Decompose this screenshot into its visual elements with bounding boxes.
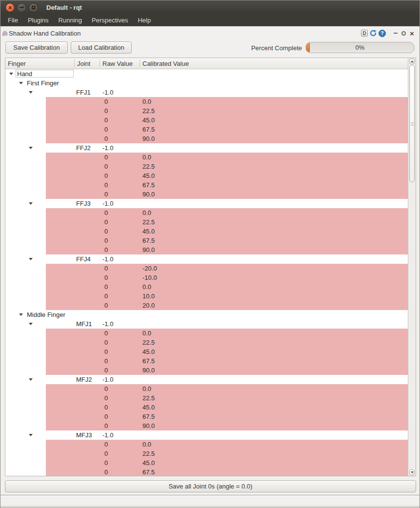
window-close-button[interactable]: × — [5, 3, 15, 12]
tree-row-point[interactable]: 067.5 — [5, 180, 408, 190]
load-calibration-button[interactable]: Load Calibration — [71, 41, 132, 54]
point-calibrated-value: 0.0 — [142, 97, 151, 106]
tree-row-joint[interactable]: FFJ2-1.0 — [5, 143, 408, 153]
point-raw-value: 0 — [104, 329, 108, 338]
tree-row-point[interactable]: 090.0 — [5, 245, 408, 254]
tree-row-point[interactable]: 045.0 — [5, 227, 408, 236]
tree-row-finger[interactable]: First Finger — [5, 78, 408, 88]
menu-item-file[interactable]: File — [8, 17, 18, 24]
column-header-raw-value[interactable]: Raw Value — [102, 58, 133, 69]
row-highlight — [46, 106, 408, 116]
scrollbar-thumb[interactable] — [409, 65, 415, 182]
tree-row-point[interactable]: 090.0 — [5, 190, 408, 199]
tree-row-joint[interactable]: MFJ3-1.0 — [5, 430, 408, 440]
column-header-calibrated[interactable]: Calibrated Value — [142, 58, 189, 69]
tree-row-point[interactable]: 0-20.0 — [5, 264, 408, 273]
joint-name: MFJ3 — [76, 430, 92, 440]
help-button[interactable]: ? — [379, 30, 386, 37]
tree-row-point[interactable]: 022.5 — [5, 338, 408, 347]
column-header-finger[interactable]: Finger — [8, 58, 26, 69]
joint-raw-value: -1.0 — [102, 430, 113, 440]
tree-row-point[interactable]: 022.5 — [5, 393, 408, 403]
vertical-scrollbar[interactable] — [408, 58, 416, 476]
point-raw-value: 0 — [104, 208, 108, 217]
expander-icon[interactable] — [29, 434, 33, 436]
window-minimize-button[interactable] — [17, 3, 26, 12]
tree-row-point[interactable]: 022.5 — [5, 449, 408, 458]
expander-icon[interactable] — [19, 313, 23, 316]
grip-icon — [411, 122, 414, 123]
expander-icon[interactable] — [29, 202, 33, 205]
tree-row-point[interactable]: 067.5 — [5, 236, 408, 245]
column-separator[interactable] — [140, 59, 140, 67]
status-bar — [0, 496, 420, 507]
tree-row-point[interactable]: 067.5 — [5, 125, 408, 134]
menu-item-running[interactable]: Running — [59, 17, 82, 24]
tree-row-point[interactable]: 020.0 — [5, 301, 408, 310]
tree-row-point[interactable]: 090.0 — [5, 421, 408, 430]
tree-row-joint[interactable]: MFJ2-1.0 — [5, 375, 408, 384]
expander-icon[interactable] — [19, 82, 23, 84]
tree-row-point[interactable]: 067.5 — [5, 356, 408, 366]
expander-icon[interactable] — [29, 258, 33, 260]
expander-icon[interactable] — [29, 378, 33, 381]
tree-row-point[interactable]: 022.5 — [5, 162, 408, 171]
tree-row-point[interactable]: 045.0 — [5, 116, 408, 125]
tree-row-point[interactable]: 022.5 — [5, 106, 408, 116]
tree-row-point[interactable]: 067.5 — [5, 412, 408, 421]
dock-detach-button[interactable]: D — [361, 30, 368, 37]
tree-row-point[interactable]: 00.0 — [5, 208, 408, 217]
column-separator[interactable] — [100, 59, 100, 67]
tree-row-point[interactable]: 00.0 — [5, 329, 408, 338]
tree-row-point[interactable]: 00.0 — [5, 153, 408, 162]
reload-plugin-button[interactable] — [369, 29, 377, 37]
tree-row-point[interactable]: 010.0 — [5, 292, 408, 301]
tree-row-point[interactable]: 00.0 — [5, 440, 408, 449]
tree-row-point[interactable]: 090.0 — [5, 134, 408, 143]
point-calibrated-value: 22.5 — [142, 162, 155, 171]
point-calibrated-value: 90.0 — [142, 421, 155, 430]
column-header-joint[interactable]: Joint — [77, 58, 90, 69]
expander-icon[interactable] — [9, 73, 13, 75]
window-titlebar[interactable]: × Default - rqt — [0, 0, 420, 14]
scroll-up-button[interactable] — [409, 59, 415, 64]
tree-row-joint[interactable]: FFJ4-1.0 — [5, 254, 408, 264]
point-calibrated-value: 90.0 — [142, 134, 155, 143]
tree-row-hand[interactable]: Hand — [5, 69, 408, 78]
tree-row-point[interactable]: 022.5 — [5, 217, 408, 227]
menu-item-perspectives[interactable]: Perspectives — [92, 17, 128, 24]
joint-name: FFJ3 — [76, 199, 91, 208]
scroll-down-button[interactable] — [409, 469, 415, 475]
expander-icon[interactable] — [29, 147, 33, 149]
expander-icon[interactable] — [29, 91, 33, 94]
tree-row-joint[interactable]: FFJ3-1.0 — [5, 199, 408, 208]
point-raw-value: 0 — [104, 347, 108, 356]
tree-row-point[interactable]: 0-10.0 — [5, 273, 408, 282]
point-calibrated-value: 67.5 — [142, 412, 155, 421]
tree-row-point[interactable]: 045.0 — [5, 171, 408, 180]
point-raw-value: 0 — [104, 393, 108, 403]
menu-item-help[interactable]: Help — [138, 17, 151, 24]
tree-row-joint[interactable]: FFJ1-1.0 — [5, 88, 408, 97]
tree-row-point[interactable]: 045.0 — [5, 458, 408, 468]
tree-row-point[interactable]: 045.0 — [5, 403, 408, 412]
save-calibration-button[interactable]: Save Calibration — [5, 41, 68, 54]
row-highlight — [46, 393, 408, 403]
save-all-button[interactable]: Save all Joint 0s (angle = 0.0) — [5, 480, 416, 492]
dock-minimize-button[interactable] — [393, 30, 399, 37]
menu-item-plugins[interactable]: Plugins — [28, 17, 49, 24]
expander-icon[interactable] — [29, 323, 33, 325]
tree-row-point[interactable]: 00.0 — [5, 282, 408, 292]
dock-restore-button[interactable] — [400, 30, 407, 37]
window-maximize-button[interactable] — [29, 3, 38, 12]
tree-row-point[interactable]: 045.0 — [5, 347, 408, 356]
tree-row-finger[interactable]: Middle Finger — [5, 310, 408, 319]
row-highlight — [46, 338, 408, 347]
tree-row-point[interactable]: 090.0 — [5, 366, 408, 375]
column-separator[interactable] — [74, 59, 75, 67]
dock-close-button[interactable]: × — [408, 30, 416, 37]
tree-row-point[interactable]: 067.5 — [5, 468, 408, 476]
tree-row-point[interactable]: 00.0 — [5, 97, 408, 106]
tree-row-joint[interactable]: MFJ1-1.0 — [5, 319, 408, 329]
tree-row-point[interactable]: 00.0 — [5, 384, 408, 393]
